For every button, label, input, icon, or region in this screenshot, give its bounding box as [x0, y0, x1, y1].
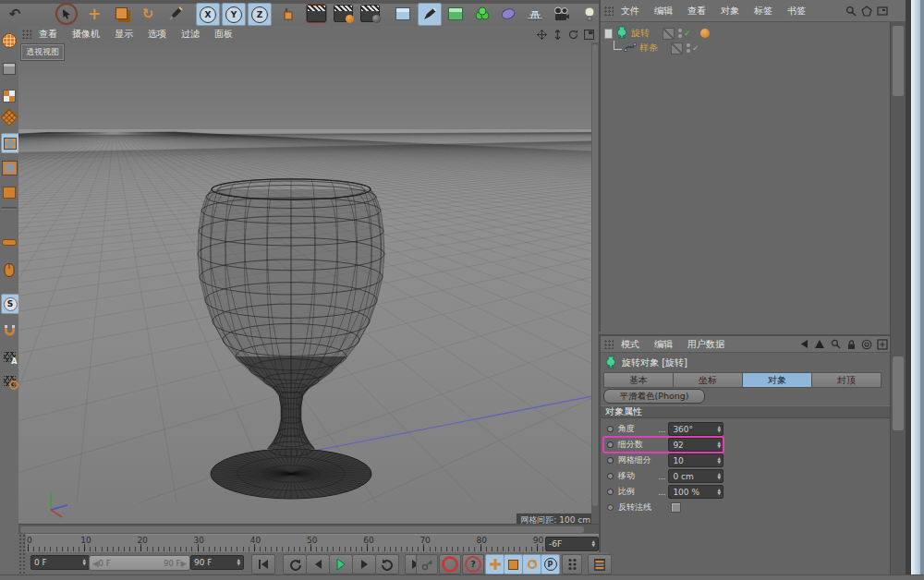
snap-icon[interactable]: S: [1, 294, 19, 314]
undo-icon[interactable]: ↶: [4, 3, 26, 24]
object-row-spline[interactable]: 样条 ✓: [612, 41, 699, 55]
expand-toggle-icon[interactable]: [604, 29, 613, 39]
anim-toggle-icon[interactable]: [607, 457, 614, 464]
phong-shading-button[interactable]: 平滑着色(Phong): [603, 389, 705, 404]
axis-y-lock[interactable]: Y: [222, 3, 246, 26]
am-menu-item-0[interactable]: 模式: [621, 338, 639, 351]
primitive-cube-icon[interactable]: [392, 3, 414, 24]
property-value-field[interactable]: 0 cm▲▼: [668, 469, 723, 483]
om-menu-item-4[interactable]: 标签: [754, 5, 772, 18]
cycle-forward-icon[interactable]: [375, 554, 399, 574]
spline-pen-icon[interactable]: [418, 3, 442, 26]
texture-mode-icon[interactable]: [1, 87, 18, 105]
render-view-icon[interactable]: [305, 3, 327, 24]
coordinate-system-icon[interactable]: [275, 3, 298, 24]
help-icon[interactable]: ?: [462, 554, 484, 574]
render-settings-icon[interactable]: [359, 3, 381, 24]
camera-icon[interactable]: [551, 3, 573, 24]
tab-2[interactable]: 对象: [742, 372, 811, 388]
timeline-grip[interactable]: [18, 534, 26, 574]
scrollbar-thumb[interactable]: [893, 26, 904, 96]
object-row-lathe[interactable]: 旋转 ✓: [604, 26, 710, 41]
grip-icon[interactable]: [604, 340, 614, 349]
target-icon[interactable]: [860, 338, 873, 350]
object-name[interactable]: 样条: [639, 42, 658, 54]
bookmark-icon[interactable]: [860, 5, 873, 17]
grip-icon[interactable]: [22, 30, 31, 39]
stepper-icon[interactable]: ▲▼: [718, 473, 721, 479]
om-menu-item-2[interactable]: 查看: [687, 5, 706, 18]
axis-x-lock[interactable]: X: [196, 3, 220, 26]
tab-3[interactable]: 封顶: [811, 372, 881, 388]
end-frame-field[interactable]: 90 F▲▼: [190, 555, 244, 570]
scale-tool-icon[interactable]: [110, 3, 132, 24]
right-panel-scrollbar[interactable]: [890, 22, 906, 580]
perspective-viewport[interactable]: 透视视图 网格间距: 100 cm: [18, 42, 599, 525]
current-frame-field[interactable]: 0 F▲▼: [30, 555, 90, 570]
om-menu-item-5[interactable]: 书签: [787, 5, 806, 18]
generator-icon[interactable]: [444, 3, 467, 24]
anim-toggle-icon[interactable]: [607, 489, 614, 495]
om-menu-item-1[interactable]: 编辑: [654, 5, 673, 18]
tab-1[interactable]: 坐标: [673, 372, 742, 388]
play-icon[interactable]: [329, 554, 353, 574]
polygon-mode-icon[interactable]: [1, 183, 18, 201]
select-tool-icon[interactable]: [55, 3, 78, 24]
step-forward-icon[interactable]: [352, 554, 376, 574]
key-rotation-icon[interactable]: [522, 554, 541, 574]
phong-tag-icon[interactable]: [700, 29, 710, 38]
workplane-mode-icon[interactable]: [1, 108, 18, 127]
timeline-ruler[interactable]: 0102030405060708090 -6F▲▼: [26, 534, 599, 554]
lock-icon[interactable]: [845, 338, 857, 350]
property-value-field[interactable]: 100 %▲▼: [668, 485, 723, 499]
sketch-pen-icon[interactable]: [164, 3, 187, 24]
property-value-field[interactable]: 360°▲▼: [668, 422, 723, 436]
property-value-field[interactable]: 10▲▼: [668, 453, 723, 467]
point-mode-icon[interactable]: [1, 133, 19, 153]
zoom-view-icon[interactable]: [551, 29, 564, 41]
cycle-back-icon[interactable]: [283, 554, 307, 574]
key-pla-icon[interactable]: [562, 554, 582, 574]
edge-mode-icon[interactable]: [1, 159, 18, 177]
step-back-icon[interactable]: [306, 554, 330, 574]
stepper-icon[interactable]: ▲▼: [718, 441, 721, 448]
record-keyframe-icon[interactable]: [416, 554, 438, 574]
grip-icon[interactable]: [604, 6, 614, 16]
magnet-snap-icon[interactable]: [1, 321, 18, 340]
move-tool-icon[interactable]: +: [83, 3, 105, 24]
scrollbar-thumb[interactable]: [893, 356, 904, 430]
panel-menu-icon[interactable]: [876, 5, 889, 17]
timeline-window-icon[interactable]: [588, 554, 612, 574]
om-menu-item-3[interactable]: 对象: [721, 5, 739, 18]
tab-0[interactable]: 基本: [603, 372, 673, 388]
add-panel-icon[interactable]: [876, 338, 889, 350]
anim-toggle-icon[interactable]: [607, 441, 614, 448]
stepper-icon[interactable]: ▲▼: [718, 457, 721, 464]
vp-menu-item-0[interactable]: 查看: [39, 28, 57, 41]
axis-z-lock[interactable]: Z: [248, 3, 272, 26]
anim-toggle-icon[interactable]: [607, 426, 614, 432]
viewport-solo-icon[interactable]: [1, 260, 18, 279]
om-menu-item-0[interactable]: 文件: [621, 5, 639, 18]
visibility-toggle-icon[interactable]: [663, 28, 675, 40]
rotate-tool-icon[interactable]: ↻: [137, 3, 159, 24]
range-right-arrow-icon[interactable]: ▶: [180, 559, 187, 568]
am-menu-item-2[interactable]: 用户数据: [687, 338, 724, 351]
anim-toggle-icon[interactable]: [607, 504, 614, 511]
enable-check-icon[interactable]: ✓: [692, 43, 699, 53]
model-mode-icon[interactable]: [1, 59, 18, 78]
pan-view-icon[interactable]: [535, 29, 548, 41]
am-menu-item-1[interactable]: 编辑: [654, 338, 673, 351]
go-to-start-icon[interactable]: [251, 554, 275, 574]
vp-menu-item-3[interactable]: 选项: [148, 28, 166, 41]
enable-check-icon[interactable]: ✓: [684, 29, 691, 38]
stepper-icon[interactable]: ▲▼: [237, 559, 240, 565]
property-value-field[interactable]: 92▲▼: [668, 438, 723, 452]
key-position-icon[interactable]: [485, 554, 505, 574]
make-editable-icon[interactable]: [1, 31, 18, 50]
workplane-a-icon[interactable]: A: [1, 347, 18, 366]
vp-menu-item-1[interactable]: 摄像机: [72, 28, 100, 41]
stepper-icon[interactable]: ▲▼: [83, 559, 86, 565]
rotate-view-icon[interactable]: [566, 29, 579, 41]
render-picture-viewer-icon[interactable]: [332, 3, 354, 24]
